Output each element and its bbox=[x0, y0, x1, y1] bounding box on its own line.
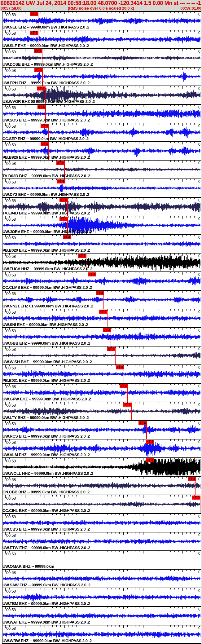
trace-row[interactable]: 00:580PB.B020 EHZ -- 99999.0km BW .HIGHP… bbox=[0, 235, 202, 253]
pick-flag[interactable]: ×T 4 bbox=[116, 365, 124, 369]
pick-flag[interactable]: ×T 4 bbox=[146, 458, 154, 462]
trace-row[interactable]: 00:580UW.EPH EHZ -- 99999.0km BW .HIGHPA… bbox=[0, 67, 202, 86]
trace-row[interactable]: 00:580UW.RCS EHZ -- 99999.0km BW .HIGHPA… bbox=[0, 421, 202, 439]
trace-station-label: UW.SLF EHZ -- 99999.0km BW .HIGHPASS 2.0… bbox=[2, 43, 89, 48]
trace-row[interactable]: 00:580UW.ETW EHZ -- 99999.0km BW .HIGHPA… bbox=[0, 532, 202, 551]
pick-flag[interactable]: ×T 4 bbox=[30, 12, 38, 16]
pick-flag[interactable]: ×T 4 bbox=[107, 347, 115, 351]
trace-time-label: 00:58 bbox=[6, 440, 16, 445]
trace-row[interactable]: 00:580UW.CBS EHZ -- 99999.0km BW .HIGHPA… bbox=[0, 514, 202, 532]
pick-flag[interactable]: ×T 4 bbox=[57, 179, 65, 183]
trace-row[interactable]: 00:580UW.SNI EHZ -- 99999.0km BW .HIGHPA… bbox=[0, 309, 202, 328]
trace-station-label: UW.DY2 EHZ -- 99999.0km BW .HIGHPASS 2.0… bbox=[2, 192, 89, 197]
trace-right-scale-label: 0 bbox=[198, 198, 200, 202]
trace-row[interactable]: 00:580UW.LTY BHZ -- 99999.0km BW .HIGHPA… bbox=[0, 402, 202, 421]
trace-right-scale-label: 0 bbox=[198, 347, 200, 351]
trace-station-label: UW.TUCA HHZ -- 99999.0km BW .HIGHPASS 2.… bbox=[2, 267, 92, 271]
pick-flag[interactable]: ×T 4 bbox=[59, 217, 68, 221]
trace-station-label: UW.SOS EHZ -- 99999.0km BW .HIGHPASS 2.0… bbox=[2, 118, 90, 122]
trace-row[interactable]: 00:580UW.DOSE BHZ -- 99999.0km BW .HIGHP… bbox=[0, 49, 202, 67]
pick-flag[interactable]: ×T 4 bbox=[138, 421, 147, 425]
trace-row[interactable]: 00:580UW.TUCA HHZ -- 99999.0km BW .HIGHP… bbox=[0, 253, 202, 272]
trace-row[interactable]: 00:580CC.SEP EHZ -- 99999.0km BW .HIGHPA… bbox=[0, 123, 202, 142]
trace-row[interactable]: 00:580UW.SLF EHZ -- 99999.0km BW .HIGHPA… bbox=[0, 30, 202, 49]
trace-right-scale-label: 0 bbox=[198, 124, 200, 128]
trace-right-scale-label: 0 bbox=[198, 607, 200, 611]
pick-flag[interactable]: ×T 4 bbox=[146, 440, 154, 444]
trace-station-label: UW.WAT EHZ -- 99999.0km BW .HIGHPASS 2.0… bbox=[2, 620, 90, 624]
pick-flag[interactable]: ×T 4 bbox=[56, 161, 64, 165]
trace-row[interactable]: 00:580PB.B031 EHZ -- 99999.0km BW .HIGHP… bbox=[0, 365, 202, 383]
trace-right-scale-label: 0 bbox=[198, 458, 200, 463]
trace-station-label: CC.SEP EHZ -- 99999.0km BW .HIGHPASS 2.0… bbox=[2, 136, 89, 141]
trace-station-label: US.WVOR BHZ 00 99999.0km BW .HIGHPASS 2.… bbox=[2, 99, 95, 104]
trace-station-label: PB.B031 EHZ -- 99999.0km BW .HIGHPASS 2.… bbox=[2, 378, 90, 383]
pick-flag[interactable]: ×T 4 bbox=[41, 142, 49, 146]
trace-right-scale-label: 0 bbox=[198, 403, 200, 407]
trace-row[interactable]: 00:580US.WVOR BHZ 00 99999.0km BW .HIGHP… bbox=[0, 86, 202, 104]
pick-flag[interactable]: ×T 4 bbox=[120, 384, 128, 388]
trace-right-scale-label: 0 bbox=[198, 570, 200, 574]
trace-time-label: 00:58 bbox=[6, 68, 16, 73]
trace-row[interactable]: 00:580TA.D03D BHZ -- 99999.0km BW .HIGHP… bbox=[0, 160, 202, 179]
trace-station-label: UW.EPH EHZ -- 99999.0km BW .HIGHPASS 2.0… bbox=[2, 81, 90, 85]
trace-row[interactable]: 00:580UW.TBM EHZ -- 99999.0km BW .HIGHPA… bbox=[0, 588, 202, 607]
trace-row[interactable]: 00:580CC.CLMS EHZ -- 99999.0km BW .HIGHP… bbox=[0, 272, 202, 290]
trace-row[interactable]: 00:580UW.NEL EHZ -- 99999.0km BW .HIGHPA… bbox=[0, 11, 202, 30]
trace-row[interactable]: 00:580UW.WOLL HHZ -- 99999.0km BW .HIGHP… bbox=[0, 458, 202, 476]
trace-station-label: CC.CIHL BHZ -- 99999.0km BW .HIGHPASS 2.… bbox=[2, 508, 90, 513]
pick-flag[interactable]: ×T 4 bbox=[37, 105, 46, 109]
trace-right-scale-label: 0 bbox=[198, 328, 200, 333]
trace-station-label: UW.CBS EHZ -- 99999.0km BW .HIGHPASS 2.0… bbox=[2, 527, 90, 532]
pick-flag[interactable]: ×T 4 bbox=[78, 254, 86, 258]
pick-flag[interactable]: ×T 4 bbox=[103, 328, 111, 332]
pick-flag[interactable]: ×T 4 bbox=[34, 68, 42, 72]
trace-row[interactable]: 00:580UW.VLM EHZ -- 99999.0km BW .HIGHPA… bbox=[0, 439, 202, 458]
pick-flag[interactable]: ×T 4 bbox=[192, 496, 200, 500]
seismogram-review-window: 60826142 UW Jul 24, 2014 00:58:18.00 48.… bbox=[0, 0, 202, 644]
trace-time-label: 00:58 bbox=[6, 310, 16, 315]
pick-flag[interactable]: ×T 4 bbox=[123, 403, 131, 407]
pick-flag[interactable]: ×T 4 bbox=[37, 86, 45, 90]
trace-row[interactable]: 00:580UW.GPW EHZ -- 99999.0km BW .HIGHPA… bbox=[0, 383, 202, 402]
pick-flag[interactable]: ×T 4 bbox=[88, 272, 96, 276]
trace-time-label: 00:58 bbox=[6, 273, 16, 277]
pick-flag[interactable]: ×T 4 bbox=[96, 291, 104, 295]
trace-station-label: TA.E04D BHZ -- 99999.0km BW .HIGHPASS 2.… bbox=[2, 211, 90, 215]
pick-flag[interactable]: ×T 4 bbox=[188, 477, 196, 481]
pick-flag[interactable]: ×T 4 bbox=[59, 198, 68, 202]
trace-time-label: 00:58 bbox=[6, 143, 16, 147]
trace-row[interactable]: 00:580UW.WRW EHZ -- 99999.0km BW .HIGHPA… bbox=[0, 625, 202, 644]
trace-row[interactable]: 00:580UW.SOS EHZ -- 99999.0km BW .HIGHPA… bbox=[0, 104, 202, 123]
trace-row[interactable]: 00:580UW.DY2 EHZ -- 99999.0km BW .HIGHPA… bbox=[0, 179, 202, 197]
trace-station-label: UW.NEL EHZ -- 99999.0km BW .HIGHPASS 2.0… bbox=[2, 25, 89, 29]
pick-flag[interactable]: ×T 4 bbox=[99, 310, 107, 314]
trace-right-scale-label: 0 bbox=[198, 49, 200, 54]
trace-time-label: 00:58 bbox=[6, 50, 16, 54]
trace-row[interactable]: 00:580UW.SAW EHZ -- 99999.0km BW .HIGHPA… bbox=[0, 569, 202, 588]
trace-row[interactable]: 00:580TA.E04D BHZ -- 99999.0km BW .HIGHP… bbox=[0, 197, 202, 216]
trace-time-label: 00:58 bbox=[6, 533, 16, 538]
trace-row[interactable]: 00:580UW.OMAK BHZ -- 99999.0km bbox=[0, 551, 202, 569]
trace-row[interactable]: 00:580UW.WAT EHZ -- 99999.0km BW .HIGHPA… bbox=[0, 607, 202, 625]
trace-right-scale-label: 0 bbox=[198, 68, 200, 72]
trace-row[interactable]: 00:580UW.GBB EHZ -- 99999.0km BW .HIGHPA… bbox=[0, 328, 202, 346]
trace-station-label: UW.RCS EHZ -- 99999.0km BW .HIGHPASS 2.0… bbox=[2, 434, 90, 439]
trace-right-scale-label: 0 bbox=[198, 384, 200, 388]
trace-row[interactable]: 00:580UW.JORV EHZ -- 99999.0km BW .HIGHP… bbox=[0, 216, 202, 235]
trace-row[interactable]: 00:580CC.CIHL BHZ -- 99999.0km BW .HIGHP… bbox=[0, 495, 202, 514]
pick-flag[interactable]: ×T 4 bbox=[41, 124, 49, 128]
trace-row[interactable]: 00:580CN.CBB BHZ -- 99999.0km BW .HIGHPA… bbox=[0, 476, 202, 495]
trace-row[interactable]: 00:580UW.WISH BHZ -- 99999.0km BW .HIGHP… bbox=[0, 346, 202, 365]
pick-flag[interactable]: ×T 4 bbox=[30, 31, 38, 35]
trace-time-label: 00:58 bbox=[6, 589, 16, 593]
trace-right-scale-label: 0 bbox=[198, 310, 200, 314]
trace-station-label: UW.LTY BHZ -- 99999.0km BW .HIGHPASS 2.0… bbox=[2, 415, 89, 420]
trace-row[interactable]: 00:580UW.NN21 EHZ 01 99999.0km BW .HIGHP… bbox=[0, 290, 202, 309]
trace-right-scale-label: 0 bbox=[198, 235, 200, 240]
trace-station-label: UW.SAW EHZ -- 99999.0km BW .HIGHPASS 2.0… bbox=[2, 583, 90, 587]
pick-flag[interactable]: ×T 4 bbox=[34, 49, 42, 53]
trace-row[interactable]: 00:580PB.B926 EHZ -- 99999.0km BW .HIGHP… bbox=[0, 142, 202, 160]
trace-station-label: CC.CLMS EHZ -- 99999.0km BW .HIGHPASS 2.… bbox=[2, 285, 92, 290]
pick-flag[interactable]: ×T 4 bbox=[63, 235, 71, 239]
